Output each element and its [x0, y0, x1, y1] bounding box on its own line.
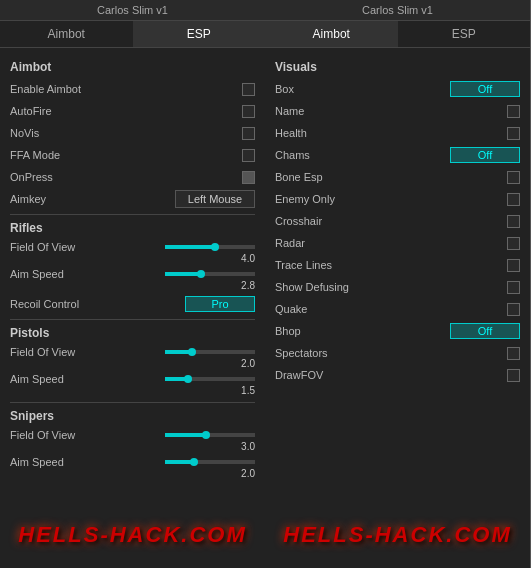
rifles-fov-label: Field Of View [10, 241, 157, 253]
pistols-aimspeed-container: Aim Speed 1.5 [10, 373, 255, 396]
rifles-fov-value: 4.0 [10, 253, 255, 264]
novis-checkbox[interactable] [242, 127, 255, 140]
radar-row: Radar [275, 234, 520, 252]
left-panel-content: Aimbot Enable Aimbot AutoFire NoVis FFA … [0, 48, 265, 568]
health-label: Health [275, 127, 507, 139]
right-tab-esp[interactable]: ESP [398, 21, 531, 47]
box-label: Box [275, 83, 450, 95]
pistols-fov-label: Field Of View [10, 346, 157, 358]
snipers-fov-label: Field Of View [10, 429, 157, 441]
rifles-fov-track[interactable] [165, 245, 255, 249]
bhop-row: Bhop Off [275, 322, 520, 340]
bhop-label: Bhop [275, 325, 450, 337]
quake-row: Quake [275, 300, 520, 318]
snipers-aimspeed-value: 2.0 [10, 468, 255, 479]
crosshair-checkbox[interactable] [507, 215, 520, 228]
pistols-aimspeed-value: 1.5 [10, 385, 255, 396]
spectators-checkbox[interactable] [507, 347, 520, 360]
snipers-aimspeed-track[interactable] [165, 460, 255, 464]
aimkey-label: Aimkey [10, 193, 175, 205]
watermark-right: HELLS-HACK.COM [283, 522, 511, 548]
crosshair-row: Crosshair [275, 212, 520, 230]
visuals-section-title: Visuals [275, 60, 520, 74]
left-panel: Carlos Slim v1 Aimbot ESP Aimbot Enable … [0, 0, 265, 568]
novis-label: NoVis [10, 127, 242, 139]
chams-dropdown[interactable]: Off [450, 147, 520, 163]
ffa-mode-row: FFA Mode [10, 146, 255, 164]
drawfov-label: DrawFOV [275, 369, 507, 381]
ffa-mode-checkbox[interactable] [242, 149, 255, 162]
rifles-fov-container: Field Of View 4.0 [10, 241, 255, 264]
drawfov-row: DrawFOV [275, 366, 520, 384]
snipers-aimspeed-label: Aim Speed [10, 456, 157, 468]
name-label: Name [275, 105, 507, 117]
health-row: Health [275, 124, 520, 142]
autofire-label: AutoFire [10, 105, 242, 117]
enemy-only-row: Enemy Only [275, 190, 520, 208]
enable-aimbot-checkbox[interactable] [242, 83, 255, 96]
snipers-fov-container: Field Of View 3.0 [10, 429, 255, 452]
recoil-control-dropdown[interactable]: Pro [185, 296, 255, 312]
pistols-fov-track[interactable] [165, 350, 255, 354]
box-dropdown[interactable]: Off [450, 81, 520, 97]
spectators-label: Spectators [275, 347, 507, 359]
pistols-fov-value: 2.0 [10, 358, 255, 369]
right-panel-title: Carlos Slim v1 [265, 0, 530, 21]
enemy-only-checkbox[interactable] [507, 193, 520, 206]
snipers-fov-track[interactable] [165, 433, 255, 437]
right-panel-content: Visuals Box Off Name Health Chams Off Bo… [265, 48, 530, 568]
name-checkbox[interactable] [507, 105, 520, 118]
onpress-row: OnPress [10, 168, 255, 186]
bone-esp-checkbox[interactable] [507, 171, 520, 184]
pistols-aimspeed-track[interactable] [165, 377, 255, 381]
pistols-fov-container: Field Of View 2.0 [10, 346, 255, 369]
bone-esp-label: Bone Esp [275, 171, 507, 183]
radar-checkbox[interactable] [507, 237, 520, 250]
trace-lines-row: Trace Lines [275, 256, 520, 274]
aimkey-button[interactable]: Left Mouse [175, 190, 255, 208]
left-tabs: Aimbot ESP [0, 21, 265, 48]
snipers-aimspeed-container: Aim Speed 2.0 [10, 456, 255, 479]
show-defusing-checkbox[interactable] [507, 281, 520, 294]
right-tab-aimbot[interactable]: Aimbot [265, 21, 398, 47]
trace-lines-checkbox[interactable] [507, 259, 520, 272]
autofire-checkbox[interactable] [242, 105, 255, 118]
name-row: Name [275, 102, 520, 120]
rifles-aimspeed-container: Aim Speed 2.8 [10, 268, 255, 291]
rifles-aimspeed-value: 2.8 [10, 280, 255, 291]
health-checkbox[interactable] [507, 127, 520, 140]
rifles-aimspeed-track[interactable] [165, 272, 255, 276]
bhop-dropdown[interactable]: Off [450, 323, 520, 339]
novis-row: NoVis [10, 124, 255, 142]
snipers-fov-value: 3.0 [10, 441, 255, 452]
ffa-mode-label: FFA Mode [10, 149, 242, 161]
show-defusing-label: Show Defusing [275, 281, 507, 293]
right-panel: Carlos Slim v1 Aimbot ESP Visuals Box Of… [265, 0, 530, 568]
radar-label: Radar [275, 237, 507, 249]
rifles-section-title: Rifles [10, 221, 255, 235]
pistols-aimspeed-label: Aim Speed [10, 373, 157, 385]
enable-aimbot-label: Enable Aimbot [10, 83, 242, 95]
enemy-only-label: Enemy Only [275, 193, 507, 205]
recoil-control-label: Recoil Control [10, 298, 185, 310]
watermark-left: HELLS-HACK.COM [18, 522, 246, 548]
recoil-control-row: Recoil Control Pro [10, 295, 255, 313]
drawfov-checkbox[interactable] [507, 369, 520, 382]
pistols-section-title: Pistols [10, 326, 255, 340]
onpress-label: OnPress [10, 171, 242, 183]
onpress-checkbox[interactable] [242, 171, 255, 184]
snipers-section-title: Snipers [10, 409, 255, 423]
spectators-row: Spectators [275, 344, 520, 362]
chams-row: Chams Off [275, 146, 520, 164]
bone-esp-row: Bone Esp [275, 168, 520, 186]
trace-lines-label: Trace Lines [275, 259, 507, 271]
right-tabs: Aimbot ESP [265, 21, 530, 48]
aimkey-row: Aimkey Left Mouse [10, 190, 255, 208]
quake-checkbox[interactable] [507, 303, 520, 316]
left-tab-esp[interactable]: ESP [133, 21, 266, 47]
crosshair-label: Crosshair [275, 215, 507, 227]
left-panel-title: Carlos Slim v1 [0, 0, 265, 21]
chams-label: Chams [275, 149, 450, 161]
quake-label: Quake [275, 303, 507, 315]
left-tab-aimbot[interactable]: Aimbot [0, 21, 133, 47]
